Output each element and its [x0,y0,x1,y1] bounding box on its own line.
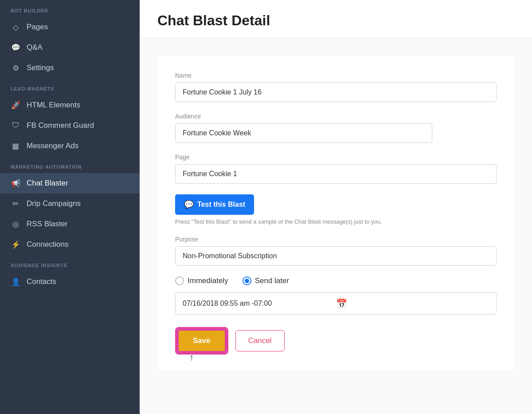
drip-campaigns-icon: ✏ [11,199,20,209]
save-button-wrapper: Save ↑ [175,327,228,355]
section-lead-magnets: LEAD MAGNETS [0,78,140,95]
audience-input[interactable] [175,123,432,143]
schedule-radio-group: Immediately Send later [175,276,497,285]
page-input[interactable] [175,164,497,184]
immediately-label: Immediately [188,276,228,285]
form-card: Name Audience Page 💬 Test this Blast Pre… [157,56,514,371]
action-buttons: Save ↑ Cancel [175,327,497,355]
section-bot-builder: BOT BUILDER [0,0,140,17]
purpose-group: Purpose [175,236,497,266]
test-blast-group: 💬 Test this Blast Press "Test this Blast… [175,194,497,225]
sidebar-item-contacts-label: Contacts [27,277,56,286]
sidebar-item-qa-label: Q&A [27,43,43,52]
main-header: Chat Blast Detail [140,0,532,38]
sidebar-item-connections-label: Connections [27,240,69,249]
sidebar-item-messenger-ads[interactable]: ▦ Messenger Ads [0,136,140,156]
send-later-radio[interactable] [243,276,251,285]
section-audience-insights: AUDIENCE INSIGHTS [0,255,140,272]
page-title: Chat Blast Detail [157,12,514,29]
send-later-label: Send later [255,276,289,285]
sidebar-item-contacts[interactable]: 👤 Contacts [0,272,140,292]
test-blast-hint: Press "Test this Blast" to send a sample… [175,218,497,225]
sidebar-item-settings[interactable]: ⚙ Settings [0,58,140,78]
name-label: Name [175,72,497,79]
cancel-button[interactable]: Cancel [235,330,285,351]
messenger-icon: 💬 [184,200,194,209]
sidebar-item-connections[interactable]: ⚡ Connections [0,234,140,255]
connections-icon: ⚡ [11,240,20,249]
page-group: Page [175,154,497,184]
chat-blaster-icon: 📢 [11,178,20,188]
cursor-indicator: ↑ [189,352,194,363]
sidebar-item-fb-comment-guard-label: FB Comment Guard [27,121,94,130]
fb-comment-guard-icon: 🛡 [11,121,20,130]
immediately-option[interactable]: Immediately [175,276,228,285]
qa-icon: 💬 [11,43,20,52]
sidebar-item-settings-label: Settings [27,63,54,72]
sidebar-item-rss-blaster-label: RSS Blaster [27,220,68,229]
sidebar-item-messenger-ads-label: Messenger Ads [27,142,78,150]
main-panel: Chat Blast Detail Name Audience Page � [140,0,532,414]
sidebar-item-fb-comment-guard[interactable]: 🛡 FB Comment Guard [0,115,140,136]
main-content: Name Audience Page 💬 Test this Blast Pre… [140,38,532,414]
sidebar-item-chat-blaster[interactable]: 📢 Chat Blaster [0,173,140,193]
audience-group: Audience [175,113,497,143]
pages-icon: ◇ [11,22,20,32]
messenger-ads-icon: ▦ [11,141,20,151]
sidebar-item-html-elements[interactable]: 🚀 HTML Elements [0,95,140,115]
datetime-row[interactable]: 07/16/2018 09:55 am -07:00 📅 [175,292,497,315]
save-pink-border: Save [175,327,228,355]
rss-blaster-icon: ◎ [11,219,20,229]
sidebar-item-chat-blaster-label: Chat Blaster [27,179,68,188]
sidebar-item-drip-campaigns-label: Drip Campaigns [27,199,81,208]
settings-icon: ⚙ [11,63,20,73]
test-blast-label: Test this Blast [197,201,245,209]
purpose-label: Purpose [175,236,497,243]
calendar-icon[interactable]: 📅 [336,298,489,309]
audience-label: Audience [175,113,497,120]
page-field-label: Page [175,154,497,161]
sidebar-item-drip-campaigns[interactable]: ✏ Drip Campaigns [0,193,140,214]
save-button[interactable]: Save [177,329,226,352]
html-elements-icon: 🚀 [11,100,20,110]
immediately-radio[interactable] [175,276,184,285]
section-marketing-automation: MARKETING AUTOMATION [0,156,140,173]
contacts-icon: 👤 [11,277,20,287]
name-input[interactable] [175,83,497,102]
sidebar-item-rss-blaster[interactable]: ◎ RSS Blaster [0,214,140,234]
name-group: Name [175,72,497,102]
test-blast-button[interactable]: 💬 Test this Blast [175,194,254,215]
send-later-option[interactable]: Send later [243,276,289,285]
sidebar-item-qa[interactable]: 💬 Q&A [0,37,140,58]
datetime-value: 07/16/2018 09:55 am -07:00 [183,300,336,308]
sidebar-item-pages[interactable]: ◇ Pages [0,17,140,37]
sidebar-item-html-elements-label: HTML Elements [27,101,80,110]
purpose-input[interactable] [175,246,497,266]
sidebar: BOT BUILDER ◇ Pages 💬 Q&A ⚙ Settings LEA… [0,0,140,414]
sidebar-item-pages-label: Pages [27,23,48,32]
